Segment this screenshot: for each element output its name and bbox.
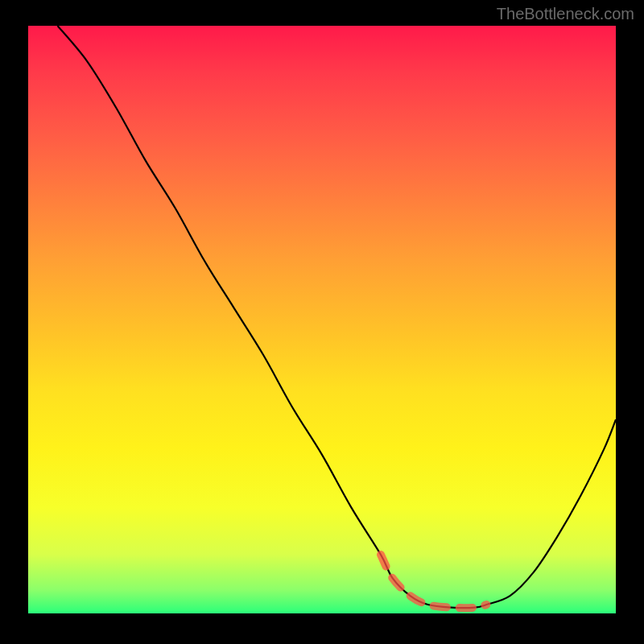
bottleneck-curve-line (58, 26, 617, 608)
chart-plot-area (28, 26, 616, 613)
optimal-range-marker (381, 555, 486, 608)
bottleneck-chart (28, 26, 616, 613)
attribution-text: TheBottleneck.com (497, 5, 634, 23)
